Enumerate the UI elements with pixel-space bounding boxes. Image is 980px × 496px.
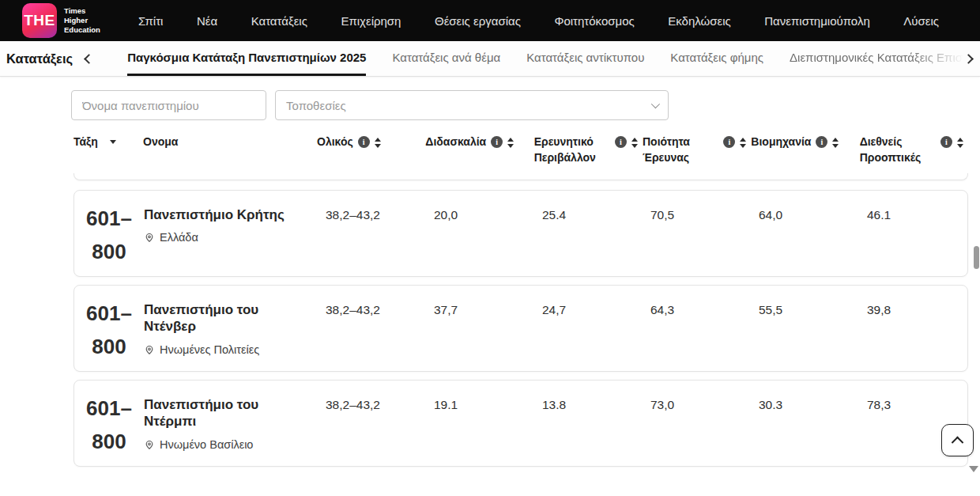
info-icon[interactable]: i	[491, 136, 503, 148]
university-name-link[interactable]: Πανεπιστήμιο Κρήτης	[144, 206, 307, 223]
nav-item-news[interactable]: Νέα	[197, 14, 217, 28]
location-pin-icon	[144, 344, 155, 355]
sort-icon[interactable]	[375, 138, 381, 148]
column-header-rank[interactable]: Τάξη	[74, 134, 143, 165]
logo-name: TimesHigherEducation	[64, 6, 100, 35]
industry-score: 64,0	[751, 191, 859, 276]
research-quality-score: 73,0	[643, 381, 751, 466]
nav-item-rankings[interactable]: Κατατάξεις	[251, 14, 307, 28]
location-pin-icon	[144, 439, 155, 450]
teaching-score: 37,7	[426, 286, 534, 371]
top-nav: THE TimesHigherEducation Σπίτι Νέα Κατατ…	[0, 0, 980, 41]
nav-item-business[interactable]: Επιχείρηση	[341, 14, 401, 28]
info-icon[interactable]: i	[723, 136, 735, 148]
research-environment-score: 25.4	[534, 191, 643, 276]
table-header: Τάξη Ονομα Ολικός i Διδασκαλία i Ερευνητ…	[74, 134, 968, 172]
locations-dropdown-value: Τοποθεσίες	[286, 99, 346, 112]
info-icon[interactable]: i	[816, 136, 827, 148]
nav-item-home[interactable]: Σπίτι	[138, 14, 164, 28]
university-name-link[interactable]: Πανεπιστήμιο του Ντένβερ	[144, 301, 307, 335]
chevron-up-icon	[952, 437, 964, 449]
column-header-international-outlook: Διεθνείς Προοπτικές i	[860, 134, 968, 165]
sort-icon[interactable]	[957, 138, 963, 148]
research-quality-score: 64,3	[643, 286, 751, 371]
sort-icon[interactable]	[740, 138, 746, 148]
column-header-industry: Βιομηχανία i	[751, 134, 859, 165]
nav-item-events[interactable]: Εκδηλώσεις	[668, 14, 731, 28]
column-header-research-quality: Ποιότητα Έρευνας i	[643, 134, 751, 165]
scrollbar-thumb[interactable]	[974, 246, 979, 269]
industry-score: 55,5	[751, 286, 859, 371]
university-name-link[interactable]: Πανεπιστήμιο του Ντέρμπι	[144, 396, 307, 430]
table-row[interactable]: 601–800 Πανεπιστήμιο του Ντένβερ Ηνωμένε…	[74, 285, 968, 372]
country-label: Ηνωμένο Βασίλειο	[160, 438, 253, 451]
info-icon[interactable]: i	[940, 136, 952, 148]
sort-icon[interactable]	[507, 138, 514, 148]
info-icon[interactable]: i	[615, 136, 627, 148]
nav-item-student[interactable]: Φοιτητόκοσμος	[554, 14, 634, 28]
filters-row: Τοποθεσίες	[71, 90, 980, 120]
column-header-research-environment: Ερευνητικό Περιβάλλον i	[534, 134, 643, 165]
university-name-input[interactable]	[71, 90, 266, 120]
industry-score: 30.3	[751, 381, 859, 466]
research-environment-score: 24,7	[534, 286, 643, 371]
column-header-overall: Ολικός i	[317, 134, 425, 165]
rank-value: 601–800	[74, 381, 144, 466]
nav-item-jobs[interactable]: Θέσεις εργασίας	[435, 14, 521, 28]
overall-score: 38,2–43,2	[318, 191, 426, 276]
tab-world-university-rankings[interactable]: Παγκόσμια Κατάταξη Πανεπιστημίων 2025	[127, 41, 366, 76]
rank-value: 601–800	[74, 286, 144, 371]
country-label: Ηνωμένες Πολιτείες	[160, 343, 259, 356]
table-row[interactable]: 601–800 Πανεπιστήμιο του Ντέρμπι Ηνωμένο…	[74, 380, 968, 467]
sort-caret-icon	[110, 140, 116, 144]
tabs: Παγκόσμια Κατάταξη Πανεπιστημίων 2025 Κα…	[127, 41, 967, 76]
tab-interdisciplinary-rankings[interactable]: Διεπιστημονικές Κατατάξεις Επιστ	[790, 41, 967, 76]
teaching-score: 19.1	[426, 381, 534, 466]
tab-impact-rankings[interactable]: Κατατάξεις αντίκτυπου	[526, 41, 644, 76]
sort-icon[interactable]	[832, 138, 839, 148]
teaching-score: 20,0	[426, 191, 534, 276]
overall-score: 38,2–43,2	[318, 286, 426, 371]
previous-row-card-edge	[74, 173, 968, 180]
tab-rankings-by-subject[interactable]: Κατατάξεις ανά θέμα	[392, 41, 500, 76]
nav-item-solutions[interactable]: Λύσεις	[903, 14, 939, 28]
chevron-left-icon[interactable]	[84, 54, 94, 64]
chevron-down-icon	[651, 100, 660, 108]
scrollbar-down-arrow-icon[interactable]	[969, 466, 978, 472]
top-menu: Σπίτι Νέα Κατατάξεις Επιχείρηση Θέσεις ε…	[138, 14, 939, 28]
rankings-tab-bar: Κατατάξεις Παγκόσμια Κατάταξη Πανεπιστημ…	[0, 41, 980, 77]
country-row: Ηνωμένες Πολιτείες	[144, 343, 307, 356]
table-row[interactable]: 601–800 Πανεπιστήμιο Κρήτης Ελλάδα 38,2–…	[74, 190, 968, 277]
section-label: Κατατάξεις	[6, 51, 73, 66]
country-label: Ελλάδα	[160, 231, 198, 244]
country-row: Ελλάδα	[144, 231, 307, 244]
logo-text: THE	[24, 12, 55, 29]
nav-item-campus[interactable]: Πανεπιστημιούπολη	[764, 14, 869, 28]
country-row: Ηνωμένο Βασίλειο	[144, 438, 307, 451]
back-to-top-button[interactable]	[941, 424, 974, 456]
international-outlook-score: 46.1	[859, 191, 967, 276]
the-logo-icon: THE	[22, 3, 57, 38]
sort-icon[interactable]	[631, 138, 638, 148]
location-pin-icon	[144, 232, 155, 243]
international-outlook-score: 39,8	[859, 286, 967, 371]
tab-reputation-rankings[interactable]: Κατατάξεις φήμης	[670, 41, 763, 76]
rank-value: 601–800	[74, 191, 144, 276]
column-header-name: Ονομα	[143, 134, 317, 165]
locations-dropdown[interactable]: Τοποθεσίες	[275, 90, 669, 120]
research-quality-score: 70,5	[643, 191, 751, 276]
research-environment-score: 13.8	[534, 381, 643, 466]
the-logo[interactable]: THE TimesHigherEducation	[22, 3, 100, 38]
overall-score: 38,2–43,2	[318, 381, 426, 466]
column-header-teaching: Διδασκαλία i	[425, 134, 533, 165]
info-icon[interactable]: i	[358, 136, 370, 148]
